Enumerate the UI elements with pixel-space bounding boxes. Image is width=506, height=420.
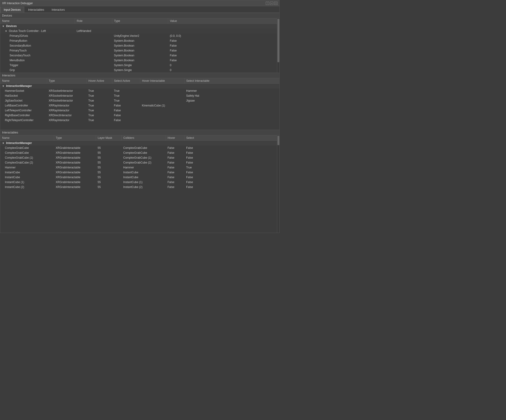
secondarytouch-value: False — [168, 53, 279, 58]
interactor-row: LeftBaseController XRRayInteractor True … — [0, 103, 279, 108]
interactors-col-hover-active: Hover Active — [87, 78, 112, 84]
jigsawsocket-select: True — [112, 98, 140, 103]
hatsocket-type: XRSocketInteractor — [47, 93, 87, 98]
complexgrabcube-3-hover: False — [166, 160, 184, 165]
hammer-mask: 55 — [96, 165, 121, 170]
devices-col-value: Value — [168, 18, 279, 24]
rightteleport-hover: True — [87, 118, 112, 123]
interactors-col-hover-interactable: Hover Interactable — [140, 78, 184, 84]
complexgrabcube-3-type: XRGrabInteractable — [54, 160, 96, 165]
hatsocket-name: HatSocket — [0, 93, 47, 98]
instantcube-2-type: XRGrabInteractable — [54, 180, 96, 185]
interactable-row: Hammer XRGrabInteractable 55 Hammer Fals… — [0, 165, 279, 170]
leftbase-type: XRRayInteractor — [47, 103, 87, 108]
interactable-row: InstantCube (1) XRGrabInteractable 55 In… — [0, 180, 279, 185]
interactors-gap — [0, 123, 279, 130]
complexgrabcube-3-name: ComplexGrabCube (2) — [0, 160, 54, 165]
oculus-value — [168, 29, 279, 33]
interactable-row: InstantCube XRGrabInteractable 55 Instan… — [0, 170, 279, 175]
rightteleport-name: RightTeleportController — [0, 118, 47, 123]
hammer-select: True — [184, 165, 279, 170]
jigsawsocket-type: XRSocketInteractor — [47, 98, 87, 103]
complexgrabcube-1-mask: 55 — [96, 151, 121, 155]
minimize-button[interactable]: ─ — [270, 2, 273, 5]
oculus-expand-arrow[interactable]: ▼ — [5, 30, 7, 32]
primarytouch-type: System.Boolean — [112, 48, 168, 53]
jigsawsocket-name: JigSawSocket — [0, 98, 47, 103]
instantcube-0-mask: 55 — [96, 170, 121, 175]
complexgrabcube-1-name: ComplexGrabCube — [0, 151, 54, 155]
interactors-table: Name Type Hover Active Select Active Hov… — [0, 78, 279, 123]
interactor-row: RightBaseController XRDirectInteractor T… — [0, 113, 279, 118]
interactables-table-wrapper[interactable]: Name Type Layer Mask Colliders Hover Sel… — [0, 135, 279, 233]
complexgrabcube-0-select: False — [184, 146, 279, 151]
rightbase-name: RightBaseController — [0, 113, 47, 118]
complexgrabcube-0-mask: 55 — [96, 146, 121, 151]
instantcube-2-mask: 55 — [96, 180, 121, 185]
devices-col-type: Type — [112, 18, 168, 24]
rightteleport-select: False — [112, 118, 140, 123]
menu-button[interactable]: ⋮ — [266, 2, 269, 5]
jigsawsocket-hover-int — [140, 98, 184, 103]
devices-group-label: Devices — [6, 25, 17, 28]
jigsawsocket-hover: True — [87, 98, 112, 103]
instantcube-2-hover: False — [166, 180, 184, 185]
rightteleport-type: XRRayInteractor — [47, 118, 87, 123]
instantcube-1-hover: False — [166, 175, 184, 180]
hammer-colliders: Hammer — [121, 165, 166, 170]
devices-section: Devices Name Role Type Value ▼ — [0, 13, 279, 73]
instantcube-1-type: XRGrabInteractable — [54, 175, 96, 180]
instantcube-0-select: False — [184, 170, 279, 175]
device-child-row: PrimaryButton System.Boolean False — [0, 39, 279, 43]
leftbase-select-int — [184, 103, 279, 108]
complexgrabcube-2-type: XRGrabInteractable — [54, 155, 96, 160]
device-child-row: SecondaryButton System.Boolean False — [0, 43, 279, 48]
rightbase-select-int — [184, 113, 279, 118]
instantcube-3-select: False — [184, 185, 279, 190]
complexgrabcube-0-colliders: ComplexGrabCube — [121, 146, 166, 151]
interactables-group-arrow[interactable]: ▼ — [2, 142, 4, 144]
interactables-col-layermask: Layer Mask — [96, 135, 121, 141]
interactables-scrollbar[interactable] — [277, 135, 279, 233]
interactables-scrollbar-thumb[interactable] — [278, 136, 279, 145]
oculus-role: LeftHanded — [75, 29, 112, 33]
instantcube-3-name: InstantCube (2) — [0, 185, 54, 190]
interactors-col-type: Type — [47, 78, 87, 84]
hammer-type: XRGrabInteractable — [54, 165, 96, 170]
primary2daxis-name: Primary2DAxis — [0, 33, 75, 39]
devices-group-row: ▼ Devices — [0, 24, 279, 29]
tab-interactables[interactable]: Interactables — [25, 7, 48, 13]
rightteleport-select-int — [184, 118, 279, 123]
leftteleport-hover: True — [87, 108, 112, 113]
rightbase-select: False — [112, 113, 140, 118]
interactor-row: HatSocket XRSocketInteractor True True S… — [0, 93, 279, 98]
tab-input-devices[interactable]: Input Devices — [0, 7, 24, 13]
tab-interactors[interactable]: Interactors — [48, 7, 68, 13]
interactables-col-type: Type — [54, 135, 96, 141]
instantcube-2-colliders: InstantCube (1) — [121, 180, 166, 185]
menubutton-name: MenuButton — [0, 58, 75, 63]
interactables-col-hover: Hover — [166, 135, 184, 141]
menubutton-type: System.Boolean — [112, 58, 168, 63]
complexgrabcube-1-select: False — [184, 151, 279, 155]
interactors-group-arrow[interactable]: ▼ — [2, 85, 4, 87]
interactables-group-label: InteractionManager — [6, 141, 32, 145]
complexgrabcube-2-mask: 55 — [96, 155, 121, 160]
devices-group-arrow[interactable]: ▼ — [2, 25, 4, 27]
jigsawsocket-select-int: Jigsaw — [184, 98, 279, 103]
interactors-group-row: ▼ InteractionManager — [0, 84, 279, 88]
instantcube-1-colliders: InstantCube — [121, 175, 166, 180]
devices-scrollbar-thumb[interactable] — [278, 19, 279, 62]
devices-scrollbar[interactable] — [277, 18, 279, 73]
interactors-col-headers: Name Type Hover Active Select Active Hov… — [0, 78, 279, 84]
primarybutton-type: System.Boolean — [112, 39, 168, 43]
interactables-col-select: Select — [184, 135, 279, 141]
complexgrabcube-0-type: XRGrabInteractable — [54, 146, 96, 151]
hammersocket-hover-int — [140, 88, 184, 93]
hammersocket-type: XRSocketInteractor — [47, 88, 87, 93]
leftteleport-name: LeftTeleportController — [0, 108, 47, 113]
maximize-button[interactable]: □ — [274, 2, 278, 5]
interactable-row: ComplexGrabCube (2) XRGrabInteractable 5… — [0, 160, 279, 165]
secondarybutton-type: System.Boolean — [112, 43, 168, 48]
interactors-col-select-active: Select Active — [112, 78, 140, 84]
